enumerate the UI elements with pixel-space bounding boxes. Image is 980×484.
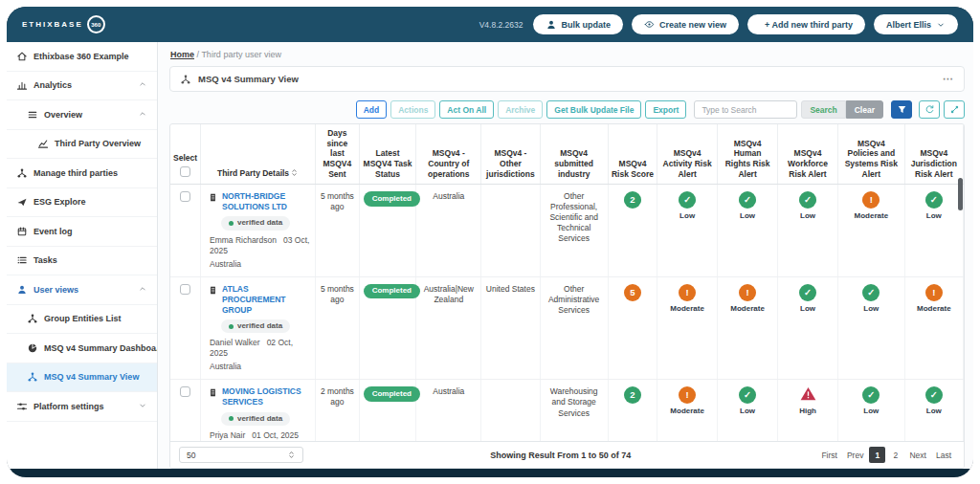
location-line: Australia: [210, 259, 311, 270]
contact-line: Priya Nair 01 Oct, 2025: [210, 430, 311, 441]
add-new-third-party-button[interactable]: + Add new third party: [747, 14, 865, 34]
table-toolbar: AddActionsAct On AllArchiveGet Bulk Upda…: [169, 100, 965, 119]
cell-policies: ✓Low: [838, 380, 905, 441]
cell-select: [170, 276, 200, 380]
vertical-scrollbar: [958, 172, 963, 435]
filter-button[interactable]: [891, 100, 912, 119]
logo-text: ETHIXBASE: [22, 20, 83, 29]
breadcrumb-home-link[interactable]: Home: [170, 50, 194, 59]
sidebar-item-label: Group Entities List: [44, 314, 122, 323]
cell-risk-score: 2: [608, 380, 657, 441]
sidebar-item-tasks[interactable]: Tasks: [7, 247, 157, 276]
col-header-jurisdictions: MSQv4 - Other jurisdictions: [481, 124, 540, 185]
cell-activity: !Moderate: [657, 276, 718, 380]
page-last[interactable]: Last: [932, 447, 955, 463]
toolbar-act-on-all-button[interactable]: Act On All: [439, 100, 494, 119]
flow-icon: [949, 104, 960, 115]
col-header-status: Latest MSQV4 Task Status: [359, 124, 416, 185]
topbar-actions: V4.8.2.2632 Bulk updateCreate new view+ …: [479, 14, 958, 34]
sidebar-item-group-entities-list[interactable]: Group Entities List: [7, 305, 157, 335]
alert-level: Moderate: [909, 304, 959, 314]
row-checkbox[interactable]: [180, 386, 190, 397]
sidebar-item-label: Analytics: [33, 80, 72, 90]
workflow-button[interactable]: [944, 100, 965, 119]
page-2[interactable]: 2: [887, 447, 903, 463]
sidebar-item-analytics[interactable]: Analytics: [7, 72, 157, 101]
col-header-details[interactable]: Third Party Details: [200, 124, 315, 185]
status-badge: Completed: [364, 191, 420, 206]
building-icon: [208, 387, 218, 398]
sidebar-menu-icon: [27, 109, 38, 121]
bulk-update-button[interactable]: Bulk update: [533, 14, 624, 34]
scrollbar-thumb[interactable]: [958, 178, 963, 210]
search-input[interactable]: [694, 100, 797, 119]
sidebar-item-overview[interactable]: Overview: [7, 100, 157, 130]
clear-button[interactable]: Clear: [846, 100, 883, 119]
sidebar-network-icon: [27, 371, 38, 383]
third-party-link[interactable]: NORTH-BRIDGE SOLUTIONS LTD: [222, 191, 311, 212]
page-first[interactable]: First: [817, 447, 841, 463]
main-panel: Home / Third party user view MSQ v4 Summ…: [158, 42, 973, 469]
sidebar-item-third-party-overview[interactable]: Third Party Overview: [7, 130, 157, 160]
search-button[interactable]: Search: [801, 100, 845, 119]
sidebar-item-ethixbase-360-example[interactable]: Ethixbase 360 Example: [7, 42, 157, 72]
bulk-update-button-label: Bulk update: [562, 20, 612, 30]
page-next[interactable]: Next: [905, 447, 929, 463]
toolbar-archive-button[interactable]: Archive: [498, 100, 543, 119]
alert-level: Low: [782, 304, 834, 314]
select-all-checkbox[interactable]: [180, 166, 190, 177]
toolbar-get-bulk-update-file-button[interactable]: Get Bulk Update File: [546, 100, 641, 119]
cell-status: Completed: [359, 185, 416, 277]
sidebar-line-chart-icon: [37, 138, 49, 149]
sidebar-item-label: Platform settings: [33, 402, 104, 411]
sidebar-pie-icon: [27, 342, 38, 354]
cell-activity: ✓Low: [657, 185, 718, 277]
alert-level: Low: [842, 407, 901, 416]
verified-dot-icon: [229, 221, 234, 226]
page-title: MSQ v4 Summary View: [198, 74, 299, 84]
user-menu-button[interactable]: Albert Ellis: [874, 14, 958, 34]
check-circle-icon: ✓: [925, 191, 943, 209]
sidebar-item-msq-v4-summary-view[interactable]: MSQ v4 Summary View: [7, 363, 157, 393]
sidebar-item-manage-third-parties[interactable]: Manage third parties: [7, 159, 157, 188]
sidebar-item-label: MSQ v4 Summary View: [44, 372, 139, 382]
alert-level: Moderate: [661, 304, 713, 314]
toolbar-add-button[interactable]: Add: [356, 100, 388, 119]
toolbar-actions-button[interactable]: Actions: [390, 100, 435, 119]
row-checkbox[interactable]: [180, 191, 190, 202]
building-icon: [208, 192, 218, 203]
sidebar-item-esg-explore[interactable]: ESG Explore: [7, 188, 157, 218]
cell-policies: ✓Low: [838, 276, 905, 380]
sort-icon[interactable]: [290, 169, 299, 179]
add-new-third-party-button-label: + Add new third party: [765, 20, 853, 30]
sidebar-bar-chart-icon: [16, 79, 28, 91]
cell-workforce: ✓Low: [778, 276, 838, 380]
page-1[interactable]: 1: [869, 447, 885, 463]
third-party-link[interactable]: ATLAS PROCUREMENT GROUP: [222, 284, 311, 316]
ethixbase-logo: ETHIXBASE 360: [22, 15, 105, 33]
sidebar-item-event-log[interactable]: Event log: [7, 217, 157, 247]
verified-dot-icon: [229, 416, 234, 421]
col-header-activity: MSQv4 Activity Risk Alert: [657, 124, 718, 185]
cell-jurisdiction_risk: ✓Low: [904, 380, 963, 441]
row-checkbox[interactable]: [180, 284, 190, 295]
cell-human_rights: !Moderate: [718, 276, 778, 380]
sidebar-item-label: User views: [33, 285, 78, 295]
content-area: Ethixbase 360 ExampleAnalyticsOverviewTh…: [7, 42, 973, 469]
hierarchy-icon: [180, 74, 191, 85]
cell-industry: Other Professional, Scientific and Techn…: [540, 185, 608, 277]
refresh-button[interactable]: [919, 100, 940, 119]
risk-score-badge: 2: [624, 191, 641, 209]
page-size-select[interactable]: 50: [179, 447, 303, 463]
page-prev[interactable]: Prev: [843, 447, 867, 463]
sidebar-item-msq-v4-summary-dashboa[interactable]: MSQ v4 Summary Dashboa...: [7, 334, 157, 363]
toolbar-export-button[interactable]: Export: [645, 100, 686, 119]
create-new-view-button[interactable]: Create new view: [632, 14, 739, 34]
sidebar-item-platform-settings[interactable]: Platform settings: [7, 392, 157, 422]
sidebar-item-user-views[interactable]: User views: [7, 275, 157, 305]
contact-line: Daniel Walker 02 Oct, 2025: [210, 338, 311, 359]
cell-jurisdictions: [481, 380, 540, 441]
view-options-menu[interactable]: ⋯: [943, 73, 954, 85]
user-menu-button-label: Albert Ellis: [886, 20, 931, 30]
third-party-link[interactable]: MOVING LOGISTICS SERVICES: [222, 386, 311, 407]
